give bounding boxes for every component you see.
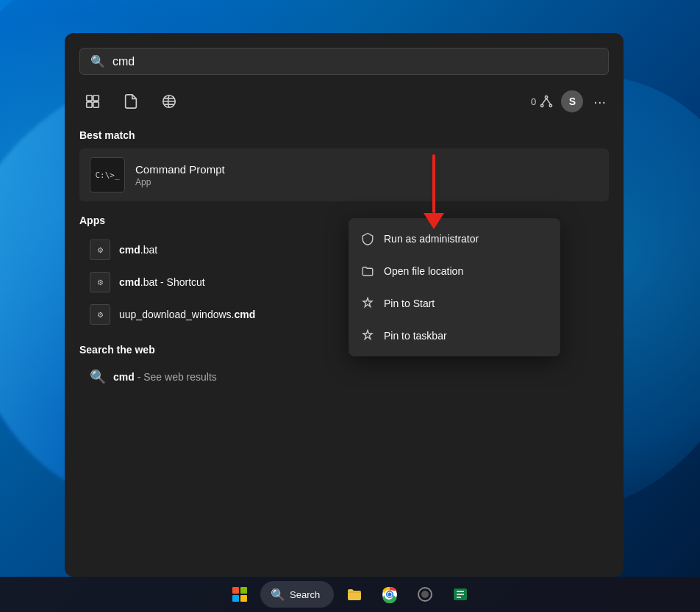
context-menu: Run as administrator Open file location … [349, 218, 560, 356]
svg-rect-2 [87, 102, 92, 107]
circle-taskbar-button[interactable] [410, 580, 440, 609]
file-explorer-taskbar-button[interactable] [340, 580, 369, 609]
pin-to-taskbar-label: Pin to taskbar [384, 330, 447, 342]
pin-icon-taskbar [360, 328, 375, 343]
avatar[interactable]: S [561, 90, 583, 112]
web-search-item[interactable]: 🔍 cmd - See web results [79, 363, 609, 391]
more-options-button[interactable]: ··· [590, 93, 609, 110]
pin-to-taskbar-menuitem[interactable]: Pin to taskbar [349, 320, 560, 352]
taskbar-search-icon: 🔍 [271, 588, 285, 602]
best-match-title: Command Prompt [135, 163, 225, 176]
open-file-location-label: Open file location [384, 265, 463, 277]
arrow-line [432, 154, 435, 213]
run-as-admin-menuitem[interactable]: Run as administrator [349, 223, 560, 255]
taskbar: 🔍 Search [0, 577, 700, 612]
svg-point-6 [541, 104, 543, 107]
svg-point-13 [388, 593, 392, 597]
web-tab-icon[interactable] [156, 88, 182, 115]
run-as-admin-label: Run as administrator [384, 233, 479, 245]
web-search-text: cmd - See web results [113, 371, 217, 383]
app-list-name-3: uup_download_windows.cmd [119, 309, 255, 320]
taskbar-search-label: Search [290, 589, 320, 600]
app-list-icon-1: ⚙ [90, 240, 110, 260]
svg-point-15 [421, 591, 429, 598]
folder-icon [360, 264, 375, 278]
chrome-taskbar-button[interactable] [375, 580, 404, 609]
svg-rect-1 [93, 96, 99, 101]
shield-icon [360, 231, 375, 246]
search-box[interactable]: 🔍 [79, 48, 609, 75]
pin-to-start-label: Pin to Start [384, 298, 435, 309]
svg-point-5 [546, 96, 548, 98]
app-list-icon-2: ⚙ [90, 272, 110, 292]
arrow-head [424, 213, 444, 229]
all-tab-icon[interactable] [79, 88, 106, 115]
pin-icon-start [360, 296, 375, 311]
cmd-app-icon: C:\>_ [90, 157, 125, 192]
search-box-icon: 🔍 [90, 54, 105, 68]
docs-tab-icon[interactable] [118, 88, 144, 115]
pin-to-start-menuitem[interactable]: Pin to Start [349, 287, 560, 320]
app-list-icon-3: ⚙ [90, 304, 110, 325]
best-match-item[interactable]: C:\>_ Command Prompt App [79, 148, 609, 201]
open-file-location-menuitem[interactable]: Open file location [349, 255, 560, 287]
network-badge: 0 [531, 94, 554, 109]
tab-row: 0 S ··· [79, 88, 609, 115]
tab-right-area: 0 S ··· [531, 90, 609, 112]
circle-icon [416, 586, 434, 603]
red-arrow-indicator [424, 154, 444, 229]
svg-point-7 [549, 104, 551, 107]
svg-rect-0 [87, 96, 92, 101]
planner-taskbar-button[interactable] [446, 580, 475, 609]
file-explorer-icon [346, 586, 363, 603]
best-match-label: Best match [79, 129, 609, 141]
chrome-icon [381, 586, 399, 603]
app-list-name-1: cmd.bat [119, 244, 157, 256]
svg-rect-3 [93, 102, 99, 107]
search-input[interactable] [113, 55, 598, 68]
best-match-subtitle: App [135, 177, 225, 187]
start-button[interactable] [225, 580, 254, 609]
windows-logo-icon [232, 587, 247, 602]
web-search-icon: 🔍 [90, 369, 106, 385]
best-match-info: Command Prompt App [135, 163, 225, 187]
svg-line-8 [542, 98, 546, 104]
planner-icon [451, 586, 469, 603]
app-list-name-2: cmd.bat - Shortcut [119, 276, 205, 288]
taskbar-search-button[interactable]: 🔍 Search [260, 581, 334, 608]
svg-line-9 [546, 98, 551, 104]
